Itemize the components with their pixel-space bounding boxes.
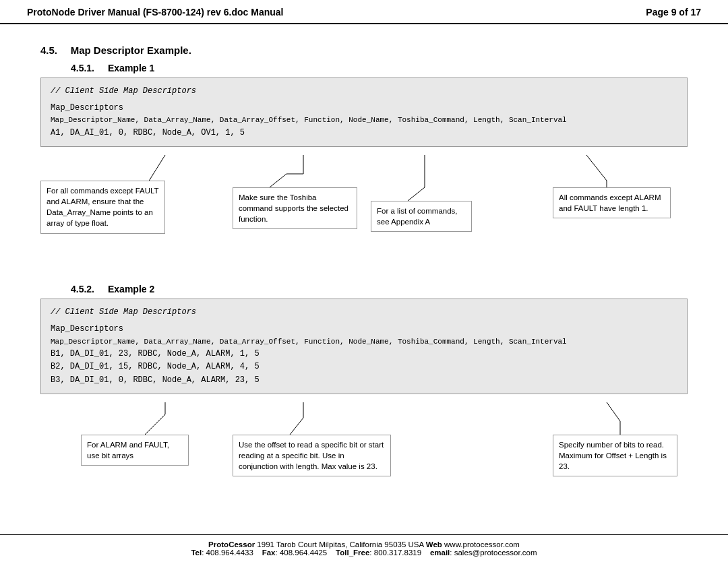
example2-line5: B3, DA_DI_01, 0, RDBC, Node_A, ALARM, 23… — [51, 374, 677, 387]
footer-company: ProtoCessor — [208, 540, 255, 549]
example2-diagram: For ALARM and FAULT, use bit arrays Use … — [40, 401, 688, 526]
section-title: Map Descriptor Example. — [71, 44, 191, 56]
svg-line-6 — [408, 187, 425, 201]
example2-line1: Map_Descriptors — [51, 323, 677, 336]
callout-c2: Make sure the Toshiba command supports t… — [233, 187, 357, 229]
example2-line2: Map_Descriptor_Name, Data_Array_Name, Da… — [51, 336, 677, 348]
page-header: ProtoNode Driver Manual (FS-8700-124) re… — [0, 0, 728, 24]
example1-number: 4.5.1. — [40, 63, 94, 73]
example1-title: Example 1 — [108, 63, 154, 73]
header-page: Page 9 of 17 — [646, 7, 701, 18]
example2-line3: B1, DA_DI_01, 23, RDBC, Node_A, ALARM, 1… — [51, 348, 677, 361]
section-number: 4.5. — [40, 44, 57, 56]
callout-d2: Use the offset to read a specific bit or… — [233, 435, 391, 476]
footer-tel-label: Tel — [191, 549, 202, 557]
example2-line4: B2, DA_DI_01, 15, RDBC, Node_A, ALARM, 4… — [51, 361, 677, 373]
example1-line2: Map_Descriptor_Name, Data_Array_Name, Da… — [51, 115, 677, 127]
footer-web: www.protocessor.com — [444, 540, 520, 549]
header-title: ProtoNode Driver Manual (FS-8700-124) re… — [27, 7, 283, 18]
footer-email: sales@protocessor.com — [454, 549, 537, 557]
example2-lines: Map_Descriptors Map_Descriptor_Name, Dat… — [51, 323, 677, 386]
svg-line-10 — [158, 414, 165, 421]
footer-tollfree: 800.317.8319 — [374, 549, 421, 557]
example2-title: Example 2 — [108, 284, 154, 294]
example1-diagram: For all commands except FAULT and ALARM,… — [40, 154, 688, 278]
example1-line1: Map_Descriptors — [51, 102, 677, 115]
callout-c1: For all commands except FAULT and ALARM,… — [40, 181, 165, 233]
footer-web-label: Web — [426, 540, 442, 549]
footer-line2: Tel: 408.964.4433 Fax: 408.964.4425 Toll… — [27, 549, 701, 557]
example2-box: // Client Side Map Descriptors Map_Descr… — [40, 299, 688, 394]
example2-title-row: 4.5.2. Example 2 — [40, 284, 688, 294]
example1-line3: A1, DA_AI_01, 0, RDBC, Node_A, OV1, 1, 5 — [51, 127, 677, 139]
svg-line-14 — [607, 402, 620, 421]
callout-d3: Specify number of bits to read. Maximum … — [553, 435, 677, 476]
example1-box: // Client Side Map Descriptors Map_Descr… — [40, 77, 688, 147]
callout-c4: All commands except ALARM and FAULT have… — [553, 187, 671, 218]
footer-line1: ProtoCessor 1991 Tarob Court Milpitas, C… — [27, 540, 701, 549]
footer-tollfree-label: Toll_Free — [336, 549, 369, 557]
svg-line-4 — [270, 174, 286, 187]
svg-line-13 — [290, 418, 303, 435]
example1-comment: // Client Side Map Descriptors — [51, 85, 677, 98]
example2-comment: // Client Side Map Descriptors — [51, 306, 677, 319]
example1-lines: Map_Descriptors Map_Descriptor_Name, Dat… — [51, 102, 677, 139]
footer-fax: 408.964.4425 — [280, 549, 327, 557]
example2-number: 4.5.2. — [40, 284, 94, 294]
page-content: 4.5. Map Descriptor Example. 4.5.1. Exam… — [0, 24, 728, 534]
footer-tel: 408.964.4433 — [206, 549, 253, 557]
callout-d1: For ALARM and FAULT, use bit arrays — [81, 435, 189, 466]
page: ProtoNode Driver Manual (FS-8700-124) re… — [0, 0, 728, 562]
page-footer: ProtoCessor 1991 Tarob Court Milpitas, C… — [0, 534, 728, 562]
callout-c3: For a list of commands, see Appendix A — [371, 201, 472, 232]
section-title-row: 4.5. Map Descriptor Example. — [40, 44, 688, 56]
svg-line-11 — [145, 421, 158, 435]
svg-line-7 — [586, 155, 607, 181]
example1-title-row: 4.5.1. Example 1 — [40, 63, 688, 73]
footer-email-label: email — [430, 549, 450, 557]
footer-address: 1991 Tarob Court Milpitas, California 95… — [257, 540, 425, 549]
footer-fax-label: Fax — [262, 549, 276, 557]
